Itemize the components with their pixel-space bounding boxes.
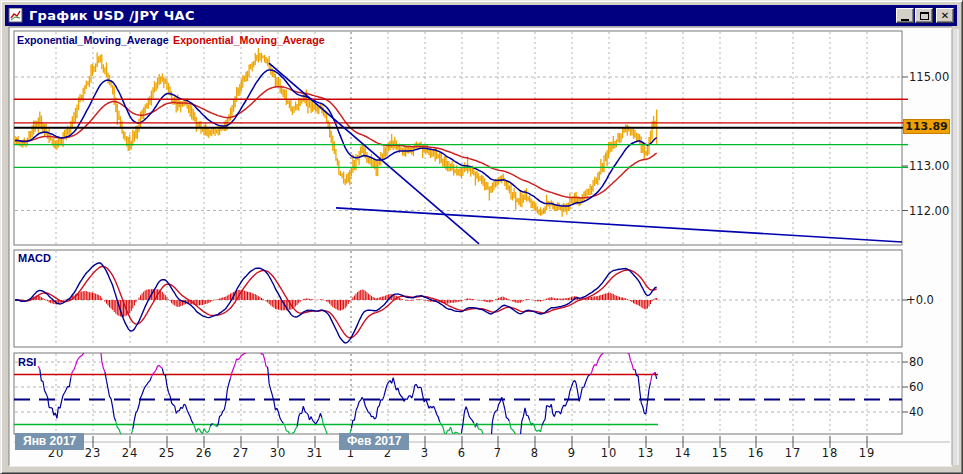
svg-text:60: 60 bbox=[909, 380, 924, 394]
last-price-badge: 113.89 bbox=[903, 119, 950, 134]
svg-text:15: 15 bbox=[712, 446, 729, 460]
legend-ema-fast: Exponential_Moving_Average bbox=[17, 34, 169, 46]
svg-text:115.00: 115.00 bbox=[909, 70, 949, 84]
svg-text:23: 23 bbox=[85, 446, 102, 460]
svg-text:3: 3 bbox=[421, 446, 429, 460]
month-badge-february: Фев 2017 bbox=[339, 433, 409, 450]
svg-text:14: 14 bbox=[675, 446, 692, 460]
minimize-button[interactable] bbox=[896, 8, 914, 23]
svg-text:31: 31 bbox=[307, 446, 324, 460]
close-button[interactable]: ✕ bbox=[936, 8, 954, 23]
svg-text:80: 80 bbox=[909, 355, 924, 369]
chart-window: 2023242526273031123678910131415161718191… bbox=[0, 0, 963, 474]
svg-text:7: 7 bbox=[494, 446, 502, 460]
svg-text:40: 40 bbox=[909, 405, 924, 419]
svg-text:24: 24 bbox=[122, 446, 139, 460]
macd-zero-axis-label: +0.0 bbox=[906, 293, 934, 307]
window-title: График USD /JPY ЧАС bbox=[29, 8, 195, 23]
rsi-panel-label: RSI bbox=[18, 356, 36, 368]
svg-text:27: 27 bbox=[233, 446, 250, 460]
chart-canvas: 2023242526273031123678910131415161718191… bbox=[1, 1, 963, 474]
svg-text:25: 25 bbox=[159, 446, 176, 460]
svg-text:19: 19 bbox=[859, 446, 876, 460]
panel-backgrounds[interactable] bbox=[14, 31, 902, 434]
svg-text:112.00: 112.00 bbox=[909, 204, 949, 218]
svg-text:26: 26 bbox=[196, 446, 213, 460]
svg-text:113.00: 113.00 bbox=[909, 159, 949, 173]
macd-panel-label: MACD bbox=[18, 252, 51, 264]
month-badge-january: Янв 2017 bbox=[15, 433, 84, 450]
svg-text:8: 8 bbox=[531, 446, 539, 460]
window-controls: ✕ bbox=[895, 8, 954, 23]
svg-text:13: 13 bbox=[638, 446, 655, 460]
svg-text:18: 18 bbox=[822, 446, 839, 460]
svg-text:10: 10 bbox=[601, 446, 618, 460]
legend-ema-slow: Exponential_Moving_Average bbox=[173, 34, 325, 46]
maximize-button[interactable] bbox=[915, 8, 933, 23]
svg-text:16: 16 bbox=[748, 446, 765, 460]
svg-text:6: 6 bbox=[458, 446, 466, 460]
svg-text:9: 9 bbox=[568, 446, 576, 460]
maximize-icon bbox=[920, 12, 929, 20]
close-icon: ✕ bbox=[941, 9, 949, 22]
minimize-icon bbox=[901, 19, 909, 21]
vertical-scrollbar[interactable] bbox=[952, 29, 958, 465]
svg-text:30: 30 bbox=[270, 446, 287, 460]
svg-text:17: 17 bbox=[785, 446, 802, 460]
chart-app-icon bbox=[8, 8, 24, 23]
titlebar[interactable]: График USD /JPY ЧАС ✕ bbox=[5, 5, 957, 26]
